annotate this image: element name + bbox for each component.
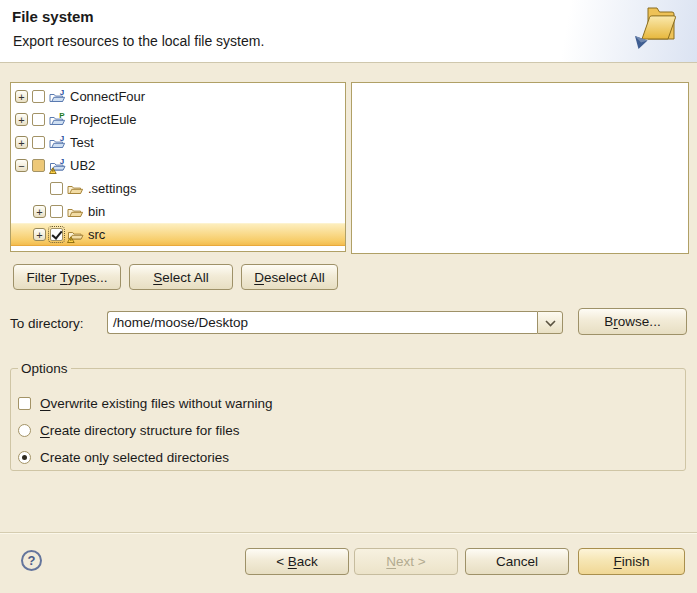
tree-item-label: src: [88, 227, 105, 242]
tree-item-ub2[interactable]: J UB2: [11, 154, 345, 177]
tree-item-projecteule[interactable]: P ProjectEule: [11, 108, 345, 131]
checkbox[interactable]: [32, 90, 45, 103]
options-legend: Options: [18, 361, 71, 376]
tree-item-label: .settings: [88, 181, 136, 196]
option-label: Create only selected directories: [40, 450, 229, 465]
java-project-icon: J: [49, 135, 66, 151]
tree-item-label: UB2: [70, 158, 95, 173]
expand-icon[interactable]: [15, 136, 28, 149]
project-icon: P: [49, 112, 66, 128]
filter-types-button[interactable]: Filter Types...: [13, 264, 121, 290]
mnemonic: F: [613, 554, 621, 569]
mnemonic: D: [254, 270, 264, 285]
checkbox-grayed[interactable]: [32, 159, 45, 172]
directory-dropdown-button[interactable]: [537, 311, 563, 334]
tree-item-label: ProjectEule: [70, 112, 136, 127]
java-project-warning-icon: J: [49, 158, 66, 174]
directory-input[interactable]: /home/moose/Desktop: [107, 311, 537, 334]
label-part: Filter: [27, 270, 61, 285]
mnemonic: S: [153, 270, 162, 285]
label-part: <: [276, 554, 288, 569]
question-mark-icon: ?: [28, 553, 36, 568]
chevron-down-icon: [545, 315, 556, 330]
tree-item-label: Test: [70, 135, 94, 150]
checkbox[interactable]: [18, 397, 31, 410]
label-part: B: [604, 314, 613, 329]
label-part: ypes...: [68, 270, 108, 285]
dialog-header: File system Export resources to the loca…: [0, 0, 697, 63]
folder-icon: [67, 204, 84, 220]
folder-warning-icon: [67, 227, 84, 243]
export-file-system-dialog: File system Export resources to the loca…: [0, 0, 697, 593]
folder-icon: [67, 181, 84, 197]
mnemonic: T: [60, 270, 68, 285]
finish-button[interactable]: Finish: [578, 548, 685, 575]
browse-button[interactable]: Browse...: [578, 308, 687, 335]
checkbox-checked[interactable]: [50, 228, 63, 241]
cancel-button[interactable]: Cancel: [465, 548, 569, 575]
tree-item-src-selected[interactable]: src: [11, 223, 345, 246]
resource-tree[interactable]: J ConnectFour P ProjectEule: [10, 82, 346, 252]
tree-item-label: bin: [88, 204, 105, 219]
to-directory-label: To directory:: [10, 316, 84, 331]
option-create-directory-structure[interactable]: Create directory structure for files: [18, 421, 240, 439]
label-part: Cancel: [496, 554, 538, 569]
label-part: eselect All: [264, 270, 325, 285]
tree-item-label: ConnectFour: [70, 89, 145, 104]
option-label: Create directory structure for files: [40, 423, 240, 438]
checkbox[interactable]: [32, 113, 45, 126]
directory-value: /home/moose/Desktop: [113, 315, 248, 330]
checkbox[interactable]: [50, 182, 63, 195]
option-label: Overwrite existing files without warning: [40, 396, 273, 411]
radio-button[interactable]: [18, 424, 31, 437]
deselect-all-button[interactable]: Deselect All: [241, 264, 338, 290]
label-part: ack: [297, 554, 318, 569]
svg-text:J: J: [60, 89, 64, 97]
tree-item-connectfour[interactable]: J ConnectFour: [11, 85, 345, 108]
indent-spacer: [33, 182, 46, 195]
mnemonic: B: [288, 554, 297, 569]
tree-item-settings[interactable]: .settings: [11, 177, 345, 200]
back-button[interactable]: < Back: [245, 548, 349, 575]
next-button: Next >: [354, 548, 458, 575]
checkbox[interactable]: [50, 205, 63, 218]
expand-icon[interactable]: [33, 228, 46, 241]
label-part: ext >: [396, 554, 426, 569]
export-folder-icon: [631, 3, 683, 58]
page-title: File system: [12, 8, 94, 25]
help-button[interactable]: ?: [21, 550, 42, 571]
mnemonic: N: [386, 554, 396, 569]
select-all-button[interactable]: Select All: [129, 264, 233, 290]
java-project-icon: J: [49, 89, 66, 105]
footer-divider: [0, 532, 697, 534]
checkbox[interactable]: [32, 136, 45, 149]
collapse-icon[interactable]: [15, 159, 28, 172]
expand-icon[interactable]: [15, 90, 28, 103]
svg-text:J: J: [60, 158, 64, 166]
page-description: Export resources to the local file syste…: [13, 33, 264, 49]
svg-text:J: J: [60, 135, 64, 143]
file-list-panel[interactable]: [351, 82, 689, 254]
option-overwrite[interactable]: Overwrite existing files without warning: [18, 394, 273, 412]
svg-text:P: P: [59, 112, 65, 120]
label-part: elect All: [162, 270, 209, 285]
label-part: owse...: [618, 314, 661, 329]
tree-item-test[interactable]: J Test: [11, 131, 345, 154]
expand-icon[interactable]: [33, 205, 46, 218]
tree-item-bin[interactable]: bin: [11, 200, 345, 223]
radio-button-selected[interactable]: [18, 451, 31, 464]
option-create-only-selected[interactable]: Create only selected directories: [18, 448, 229, 466]
label-part: inish: [622, 554, 650, 569]
expand-icon[interactable]: [15, 113, 28, 126]
